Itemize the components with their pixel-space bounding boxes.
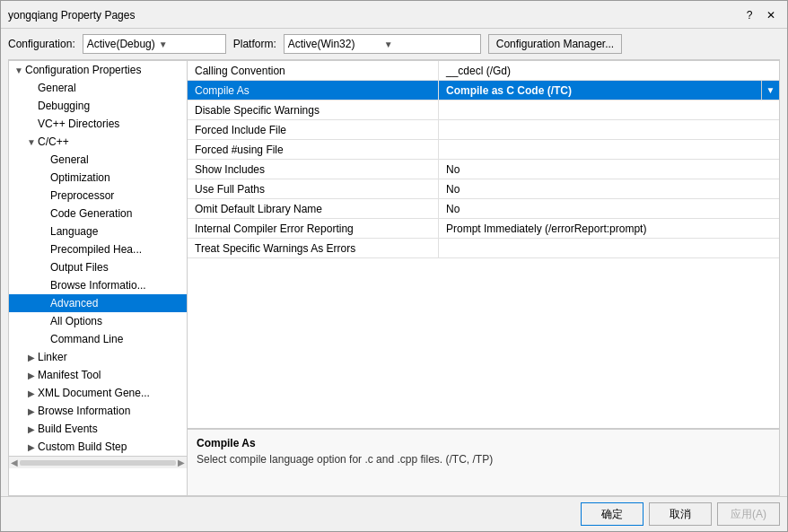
tree-label-build-events: Build Events [38, 423, 183, 435]
tree-label-output-files: Output Files [50, 261, 183, 274]
leaf-icon-debugging [25, 100, 38, 112]
expand-icon-linker[interactable]: ▶ [25, 351, 38, 363]
prop-value-calling-conv: __cdecl (/Gd) [439, 61, 779, 80]
prop-name-omit-lib: Omit Default Library Name [188, 199, 439, 218]
expand-icon-cpp[interactable]: ▼ [25, 135, 38, 148]
tree-item-debugging[interactable]: Debugging [9, 97, 187, 115]
prop-value-disable-warnings [439, 100, 779, 119]
tree-horizontal-scroll[interactable]: ◀ ▶ [9, 456, 187, 468]
prop-row-disable-warnings[interactable]: Disable Specific Warnings [188, 100, 779, 120]
property-pages-dialog: yongqiang Property Pages ? ✕ Configurati… [0, 0, 788, 532]
config-row: Configuration: Active(Debug) ▼ Platform:… [1, 29, 787, 59]
prop-row-calling-conv[interactable]: Calling Convention __cdecl (/Gd) [188, 61, 779, 81]
tree-label-linker: Linker [38, 351, 183, 363]
expand-icon-manifest-tool[interactable]: ▶ [25, 369, 38, 381]
tree-item-build-events[interactable]: ▶Build Events [9, 420, 187, 438]
leaf-icon-optimization [38, 171, 50, 184]
tree-label-precompiled: Precompiled Hea... [50, 243, 183, 256]
tree-label-general: General [38, 82, 183, 94]
leaf-icon-preprocessor [38, 189, 50, 202]
tree-label-custom-build: Custom Build Step [38, 440, 183, 453]
expand-icon-config-props[interactable]: ▼ [13, 64, 25, 76]
expand-icon-custom-build[interactable]: ▶ [25, 440, 38, 453]
expand-icon-browse-info-top[interactable]: ▶ [25, 405, 38, 417]
ok-button[interactable]: 确定 [581, 502, 644, 526]
prop-dropdown-compile-as[interactable]: ▼ [761, 81, 779, 100]
prop-name-treat-warnings: Treat Specific Warnings As Errors [188, 239, 439, 257]
tree-item-preprocessor[interactable]: Preprocessor [9, 187, 187, 205]
leaf-icon-browse-info [38, 279, 50, 292]
tree-item-optimization[interactable]: Optimization [9, 169, 187, 187]
apply-button[interactable]: 应用(A) [717, 502, 780, 526]
tree-item-precompiled[interactable]: Precompiled Hea... [9, 240, 187, 258]
prop-row-forced-include[interactable]: Forced Include File [188, 120, 779, 140]
tree-item-linker[interactable]: ▶Linker [9, 348, 187, 366]
dialog-title: yongqiang Property Pages [8, 9, 135, 22]
tree-item-manifest-tool[interactable]: ▶Manifest Tool [9, 366, 187, 384]
tree-item-all-options[interactable]: All Options [9, 312, 187, 330]
tree-item-xml-doc[interactable]: ▶XML Document Gene... [9, 384, 187, 402]
bottom-bar: 确定 取消 应用(A) [1, 496, 787, 531]
tree-label-debugging: Debugging [38, 100, 183, 112]
prop-name-show-includes: Show Includes [188, 160, 439, 179]
tree-label-vc-dirs: VC++ Directories [38, 118, 183, 130]
tree-item-config-props[interactable]: ▼Configuration Properties [9, 61, 187, 79]
tree-label-language: Language [50, 225, 183, 238]
prop-row-forced-using[interactable]: Forced #using File [188, 140, 779, 160]
platform-dropdown[interactable]: Active(Win32) ▼ [284, 34, 481, 54]
prop-name-disable-warnings: Disable Specific Warnings [188, 100, 439, 119]
config-value: Active(Debug) [87, 38, 155, 50]
platform-value: Active(Win32) [288, 38, 381, 50]
help-button[interactable]: ? [740, 6, 758, 24]
prop-row-omit-lib[interactable]: Omit Default Library Name No [188, 199, 779, 219]
config-manager-button[interactable]: Configuration Manager... [488, 34, 622, 54]
prop-value-omit-lib: No [439, 199, 779, 218]
expand-icon-build-events[interactable]: ▶ [25, 423, 38, 435]
config-label: Configuration: [8, 38, 75, 50]
tree-item-general[interactable]: General [9, 79, 187, 97]
leaf-icon-all-options [38, 315, 50, 327]
tree-item-browse-info-top[interactable]: ▶Browse Information [9, 402, 187, 420]
description-title: Compile As [197, 437, 770, 449]
prop-value-full-paths: No [439, 179, 779, 198]
tree-item-cpp[interactable]: ▼C/C++ [9, 133, 187, 151]
prop-name-internal-error: Internal Compiler Error Reporting [188, 219, 439, 238]
tree-label-optimization: Optimization [50, 171, 183, 184]
prop-row-internal-error[interactable]: Internal Compiler Error Reporting Prompt… [188, 219, 779, 239]
tree-item-custom-build[interactable]: ▶Custom Build Step [9, 438, 187, 456]
prop-row-compile-as[interactable]: Compile As Compile as C Code (/TC) ▼ [188, 81, 779, 100]
prop-name-forced-include: Forced Include File [188, 120, 439, 139]
tree-item-advanced[interactable]: Advanced [9, 294, 187, 312]
tree-item-browse-info[interactable]: Browse Informatio... [9, 276, 187, 294]
cancel-button[interactable]: 取消 [649, 502, 712, 526]
expand-icon-xml-doc[interactable]: ▶ [25, 387, 38, 399]
tree-label-config-props: Configuration Properties [25, 64, 183, 76]
prop-row-treat-warnings[interactable]: Treat Specific Warnings As Errors [188, 239, 779, 258]
tree-label-cpp: C/C++ [38, 135, 183, 148]
tree-item-language[interactable]: Language [9, 222, 187, 240]
tree-item-cpp-general[interactable]: General [9, 151, 187, 169]
prop-row-full-paths[interactable]: Use Full Paths No [188, 179, 779, 199]
prop-name-full-paths: Use Full Paths [188, 179, 439, 198]
tree-label-all-options: All Options [50, 315, 183, 327]
prop-value-forced-include [439, 120, 779, 139]
tree-item-vc-dirs[interactable]: VC++ Directories [9, 115, 187, 133]
prop-value-internal-error: Prompt Immediately (/errorReport:prompt) [439, 219, 779, 238]
title-controls: ? ✕ [740, 6, 780, 24]
leaf-icon-command-line [38, 333, 50, 345]
prop-row-show-includes[interactable]: Show Includes No [188, 160, 779, 179]
tree-label-preprocessor: Preprocessor [50, 189, 183, 202]
leaf-icon-output-files [38, 261, 50, 274]
tree-label-browse-info-top: Browse Information [38, 405, 183, 417]
tree-item-output-files[interactable]: Output Files [9, 258, 187, 276]
description-panel: Compile As Select compile language optio… [188, 428, 779, 495]
prop-value-forced-using [439, 140, 779, 159]
tree-label-manifest-tool: Manifest Tool [38, 369, 183, 381]
close-button[interactable]: ✕ [762, 6, 780, 24]
leaf-icon-advanced [38, 297, 50, 310]
tree-item-command-line[interactable]: Command Line [9, 330, 187, 348]
leaf-icon-precompiled [38, 243, 50, 256]
tree-item-code-gen[interactable]: Code Generation [9, 205, 187, 222]
config-dropdown[interactable]: Active(Debug) ▼ [83, 34, 226, 54]
prop-value-treat-warnings [439, 239, 779, 257]
